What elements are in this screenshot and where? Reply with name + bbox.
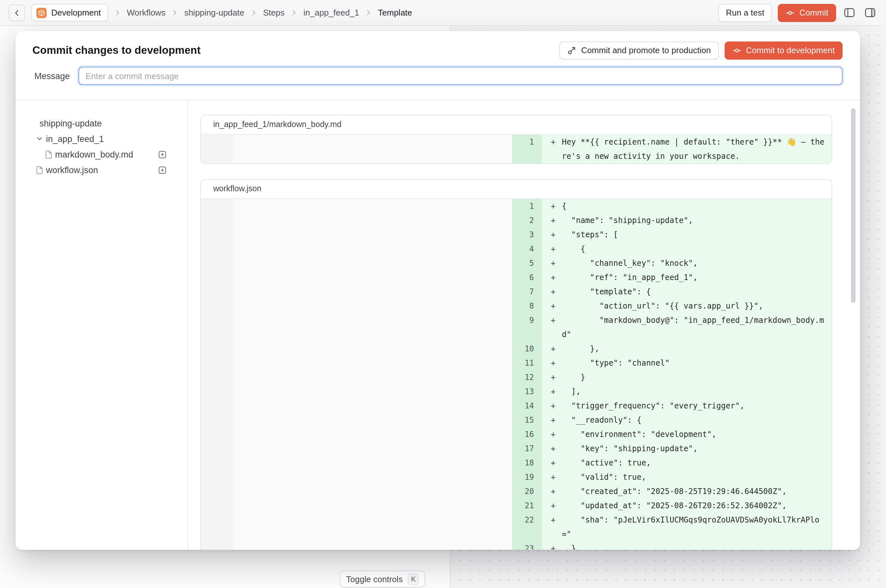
diff-line-text: "environment": "development", xyxy=(562,427,825,441)
commit-to-development-label: Commit to development xyxy=(746,45,835,55)
diff-panel-header: in_app_feed_1/markdown_body.md xyxy=(201,116,832,135)
new-line-number: 14 xyxy=(512,399,542,413)
diff-add-sign: + xyxy=(551,441,562,456)
diff-line: 5+ "channel_key": "knock", xyxy=(201,256,832,270)
diff-line: 3+ "steps": [ xyxy=(201,228,832,242)
diff-line-text: ], xyxy=(562,384,825,399)
diff-line-text: "created_at": "2025-08-25T19:29:46.64450… xyxy=(562,484,825,498)
tree-folder-in-app-feed-1[interactable]: in_app_feed_1 xyxy=(36,131,166,147)
diff-line: 18+ "active": true, xyxy=(201,456,832,470)
new-line-content: + "sha": "pJeLVir6xIlUCMGqs9qroZoUAVDSwA… xyxy=(542,513,832,542)
old-line-content xyxy=(233,242,512,256)
new-line-content: + ], xyxy=(542,384,832,399)
diff-add-sign: + xyxy=(551,242,562,256)
diff-add-sign: + xyxy=(551,542,562,550)
new-line-content: + } xyxy=(542,542,832,550)
old-line-gutter xyxy=(201,356,233,370)
new-line-content: + "active": true, xyxy=(542,456,832,470)
modal-title: Commit changes to development xyxy=(32,44,201,56)
old-line-gutter xyxy=(201,242,233,256)
new-line-number: 8 xyxy=(512,299,542,313)
diff-line-text: } xyxy=(562,542,825,550)
diff-add-sign: + xyxy=(551,370,562,384)
breadcrumb-template[interactable]: Template xyxy=(378,8,412,18)
diff-line: 8+ "action_url": "{{ vars.app_url }}", xyxy=(201,299,832,313)
diff-line-text: "action_url": "{{ vars.app_url }}", xyxy=(562,299,825,313)
diff-line-text: Hey **{{ recipient.name | default: "ther… xyxy=(562,135,825,164)
old-line-content xyxy=(233,413,512,427)
file-added-icon xyxy=(158,150,166,159)
promote-icon xyxy=(567,45,577,55)
new-line-number: 4 xyxy=(512,242,542,256)
diff-line: 22+ "sha": "pJeLVir6xIlUCMGqs9qroZoUAVDS… xyxy=(201,513,832,542)
back-button[interactable] xyxy=(8,4,25,21)
old-line-gutter xyxy=(201,513,233,542)
new-line-number: 18 xyxy=(512,456,542,470)
tree-file-workflow-json[interactable]: workflow.json xyxy=(36,162,166,178)
new-line-content: + "action_url": "{{ vars.app_url }}", xyxy=(542,299,832,313)
diff-line-text: "ref": "in_app_feed_1", xyxy=(562,270,825,285)
commit-message-input[interactable] xyxy=(78,67,843,85)
diff-line: 1+Hey **{{ recipient.name | default: "th… xyxy=(201,135,832,164)
diff-add-sign: + xyxy=(551,313,562,342)
diff-add-sign: + xyxy=(551,256,562,270)
breadcrumb-in-app-feed-1[interactable]: in_app_feed_1 xyxy=(303,8,359,18)
old-line-content xyxy=(233,356,512,370)
new-line-number: 3 xyxy=(512,228,542,242)
diff-line: 1+{ xyxy=(201,199,832,213)
old-line-content xyxy=(233,270,512,285)
diff-line: 10+ }, xyxy=(201,342,832,356)
old-line-gutter xyxy=(201,299,233,313)
run-test-button[interactable]: Run a test xyxy=(718,4,772,22)
diff-line-text: "active": true, xyxy=(562,456,825,470)
old-line-gutter xyxy=(201,542,233,550)
old-line-content xyxy=(233,542,512,550)
toggle-right-panel-button[interactable] xyxy=(863,5,878,20)
old-line-gutter xyxy=(201,484,233,498)
old-line-gutter xyxy=(201,313,233,342)
new-line-number: 23 xyxy=(512,542,542,550)
new-line-content: + }, xyxy=(542,342,832,356)
new-line-number: 19 xyxy=(512,470,542,484)
breadcrumb-workflows[interactable]: Workflows xyxy=(127,8,165,18)
environment-selector[interactable]: Development xyxy=(31,4,108,21)
diff-body: 1+{2+ "name": "shipping-update",3+ "step… xyxy=(201,199,832,550)
run-test-label: Run a test xyxy=(726,8,765,18)
diff-line-text: { xyxy=(562,199,825,213)
scrollbar-thumb[interactable] xyxy=(851,108,856,303)
old-line-content xyxy=(233,299,512,313)
new-line-number: 11 xyxy=(512,356,542,370)
panel-right-icon xyxy=(864,6,876,19)
diff-add-sign: + xyxy=(551,342,562,356)
toggle-left-panel-button[interactable] xyxy=(842,5,857,20)
old-line-gutter xyxy=(201,470,233,484)
new-line-number: 7 xyxy=(512,285,542,299)
new-line-content: + { xyxy=(542,242,832,256)
new-line-number: 12 xyxy=(512,370,542,384)
breadcrumb-shipping-update[interactable]: shipping-update xyxy=(184,8,244,18)
commit-button[interactable]: Commit xyxy=(778,4,836,22)
old-line-gutter xyxy=(201,413,233,427)
commit-to-development-button[interactable]: Commit to development xyxy=(724,41,843,59)
old-line-gutter xyxy=(201,342,233,356)
modal-body: shipping-update in_app_feed_1 markdown_b… xyxy=(15,100,860,550)
diff-line: 19+ "valid": true, xyxy=(201,470,832,484)
tree-file-label: markdown_body.md xyxy=(55,149,133,159)
tree-file-markdown-body[interactable]: markdown_body.md xyxy=(36,147,166,162)
tree-root-shipping-update[interactable]: shipping-update xyxy=(36,116,166,131)
diff-line-text: }, xyxy=(562,342,825,356)
new-line-number: 1 xyxy=(512,199,542,213)
chevron-left-icon xyxy=(13,9,21,16)
old-line-content xyxy=(233,384,512,399)
old-line-content xyxy=(233,470,512,484)
old-line-content xyxy=(233,498,512,513)
breadcrumb-steps[interactable]: Steps xyxy=(263,8,285,18)
commit-and-promote-button[interactable]: Commit and promote to production xyxy=(559,41,718,59)
new-line-content: + "__readonly": { xyxy=(542,413,832,427)
old-line-content xyxy=(233,513,512,542)
old-line-gutter xyxy=(201,199,233,213)
modal-actions: Commit and promote to production Commit … xyxy=(559,41,843,59)
old-line-content xyxy=(233,399,512,413)
new-line-content: + "trigger_frequency": "every_trigger", xyxy=(542,399,832,413)
toggle-controls-button[interactable]: Toggle controls K xyxy=(340,570,426,587)
